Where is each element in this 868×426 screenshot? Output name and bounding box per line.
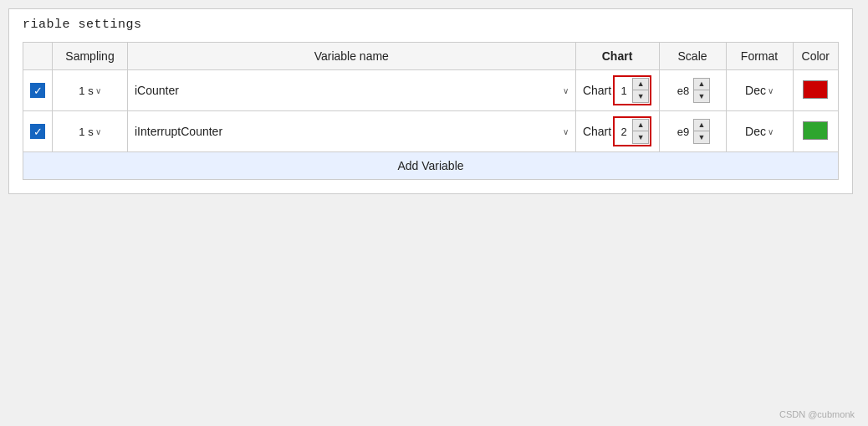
chart-spinner-up[interactable]: ▲ [633, 79, 648, 90]
variable-name-chevron[interactable]: ∨ [563, 127, 569, 136]
col-format: Format [726, 43, 793, 70]
watermark: CSDN @cubmonk [779, 409, 855, 419]
sampling-dropdown[interactable]: 1 s ∨ [59, 85, 120, 97]
scale-spinner-buttons: ▲ ▼ [693, 78, 710, 103]
col-checkbox [23, 43, 53, 70]
variable-name-dropdown[interactable]: iInterruptCounter ∨ [135, 125, 569, 138]
color-swatch[interactable] [803, 121, 828, 140]
sampling-chevron[interactable]: ∨ [95, 86, 101, 95]
format-value: Dec [745, 125, 766, 138]
chart-spinner-value: 2 [615, 126, 632, 138]
format-cell: Dec ∨ [726, 70, 793, 111]
format-dropdown[interactable]: Dec ∨ [733, 125, 786, 138]
chart-spinner-wrapper: Chart 2 ▲ ▼ [583, 116, 652, 146]
color-cell [793, 111, 838, 152]
table-body: ✓ 1 s ∨ iCounter ∨ Chart 1 ▲ ▼ e8 ▲ ▼ [23, 70, 839, 180]
sampling-cell: 1 s ∨ [53, 70, 128, 111]
chart-label: Chart [583, 125, 611, 138]
chart-cell: Chart 1 ▲ ▼ [575, 70, 659, 111]
chart-spinner-box: 2 ▲ ▼ [613, 116, 651, 146]
table-row: ✓ 1 s ∨ iInterruptCounter ∨ Chart 2 ▲ ▼ … [23, 111, 839, 152]
variable-name-cell: iInterruptCounter ∨ [128, 111, 576, 152]
chart-spinner-buttons: ▲ ▼ [632, 119, 649, 144]
format-cell: Dec ∨ [726, 111, 793, 152]
scale-cell: e9 ▲ ▼ [659, 111, 726, 152]
variable-settings-table: Sampling Variable name Chart Scale Forma… [23, 42, 839, 180]
scale-cell: e8 ▲ ▼ [659, 70, 726, 111]
scale-spinner-up[interactable]: ▲ [694, 120, 709, 131]
scale-value: e8 [675, 85, 692, 97]
chart-spinner-box: 1 ▲ ▼ [613, 75, 651, 105]
variable-name-dropdown[interactable]: iCounter ∨ [135, 84, 569, 97]
row-checkbox[interactable]: ✓ [30, 124, 45, 139]
chart-spinner-value: 1 [615, 85, 632, 97]
format-dropdown[interactable]: Dec ∨ [733, 84, 786, 97]
table-header: Sampling Variable name Chart Scale Forma… [23, 43, 839, 70]
chart-spinner-up[interactable]: ▲ [633, 120, 648, 131]
variable-name-cell: iCounter ∨ [128, 70, 576, 111]
checkbox-cell: ✓ [23, 70, 53, 111]
scale-value: e9 [675, 126, 692, 138]
scale-spinner-up[interactable]: ▲ [694, 79, 709, 90]
chart-spinner-down[interactable]: ▼ [633, 131, 648, 143]
sampling-dropdown[interactable]: 1 s ∨ [59, 126, 120, 138]
format-chevron[interactable]: ∨ [768, 86, 774, 95]
col-color: Color [793, 43, 838, 70]
color-cell [793, 70, 838, 111]
col-scale: Scale [659, 43, 726, 70]
chart-cell: Chart 2 ▲ ▼ [575, 111, 659, 152]
sampling-value: 1 s [79, 126, 93, 138]
scale-spinner: e8 ▲ ▼ [666, 78, 719, 103]
sampling-value: 1 s [79, 85, 93, 97]
variable-name-value: iInterruptCounter [135, 125, 222, 138]
scale-spinner: e9 ▲ ▼ [666, 119, 719, 144]
format-chevron[interactable]: ∨ [768, 127, 774, 136]
panel-title: riable settings [23, 18, 839, 32]
scale-spinner-buttons: ▲ ▼ [693, 119, 710, 144]
main-panel: riable settings Sampling Variable name C… [8, 8, 853, 194]
col-chart: Chart [575, 43, 659, 70]
col-sampling: Sampling [53, 43, 128, 70]
chart-spinner-wrapper: Chart 1 ▲ ▼ [583, 75, 652, 105]
chart-spinner-down[interactable]: ▼ [633, 90, 648, 102]
col-variable-name: Variable name [128, 43, 576, 70]
variable-name-value: iCounter [135, 84, 179, 97]
add-variable-cell[interactable]: Add Variable [23, 152, 839, 180]
table-row: ✓ 1 s ∨ iCounter ∨ Chart 1 ▲ ▼ e8 ▲ ▼ [23, 70, 839, 111]
sampling-chevron[interactable]: ∨ [95, 127, 101, 136]
add-variable-row[interactable]: Add Variable [23, 152, 839, 180]
color-swatch[interactable] [803, 80, 828, 99]
chart-spinner-buttons: ▲ ▼ [632, 78, 649, 103]
sampling-cell: 1 s ∨ [53, 111, 128, 152]
chart-label: Chart [583, 84, 611, 97]
checkbox-cell: ✓ [23, 111, 53, 152]
scale-spinner-down[interactable]: ▼ [694, 90, 709, 102]
variable-name-chevron[interactable]: ∨ [563, 86, 569, 95]
scale-spinner-down[interactable]: ▼ [694, 131, 709, 143]
format-value: Dec [745, 84, 766, 97]
row-checkbox[interactable]: ✓ [30, 83, 45, 98]
